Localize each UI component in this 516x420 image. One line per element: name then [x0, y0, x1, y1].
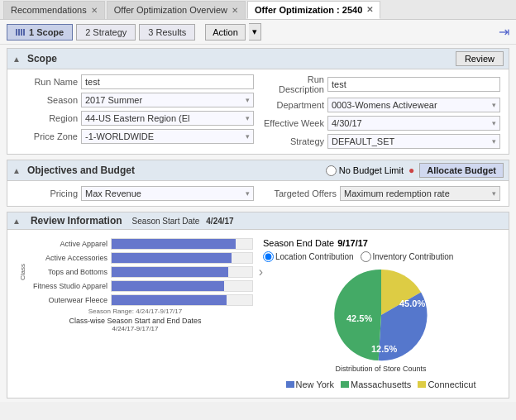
x-axis-label: Season Range: 4/24/17-9/17/17: [17, 308, 253, 315]
bar-chart: Active ApparelActive AccessoriesTops and…: [29, 238, 253, 306]
season-end-label: Season End Date: [263, 238, 334, 248]
effweek-dropdown[interactable]: 4/30/17 ▾: [327, 116, 500, 131]
season-start-label: Season Start Date: [132, 217, 200, 226]
review-toggle[interactable]: ▲: [12, 217, 21, 226]
effweek-label: Effective Week: [262, 118, 324, 128]
step3-button[interactable]: 3 Results: [139, 24, 195, 41]
pie-label-ny: 45.0%: [399, 298, 425, 308]
season-dropdown[interactable]: 2017 Summer ▾: [81, 93, 254, 107]
pricing-dropdown[interactable]: Max Revenue ▾: [81, 186, 254, 201]
pricezone-dropdown[interactable]: -1-WORLDWIDE ▾: [81, 129, 254, 144]
legend-color-ny: [286, 381, 294, 388]
bar-inner: [112, 267, 228, 277]
no-budget-label[interactable]: No Budget Limit: [326, 165, 404, 176]
step1-icon: [16, 29, 26, 36]
objectives-body: Pricing Max Revenue ▾ Targeted Offers Ma…: [7, 181, 509, 206]
department-arrow: ▾: [492, 101, 496, 109]
bar-inner: [112, 295, 227, 305]
objectives-header: ▲ Objectives and Budget No Budget Limit …: [7, 160, 509, 181]
department-label: Department: [262, 100, 324, 110]
legend-ny: New York: [286, 379, 334, 389]
toolbar-nav-icon[interactable]: ⇥: [499, 24, 509, 40]
strategy-dropdown[interactable]: DEFAULT_SET ▾: [327, 134, 500, 149]
location-contrib-radio[interactable]: [263, 251, 274, 262]
bar-outer: [111, 294, 253, 306]
legend-ma: Massachusetts: [341, 379, 411, 389]
bar-chart-area: Class Active ApparelActive AccessoriesTo…: [11, 235, 256, 393]
bar-outer: [111, 252, 253, 264]
rundesc-label: Run Description: [262, 74, 324, 94]
bar-row: Outerwear Fleece: [29, 294, 253, 306]
strategy-label: Strategy: [262, 136, 324, 146]
scope-section: ▲ Scope Review Run Name Season 2017 Summ…: [7, 48, 509, 155]
tab-offer-overview[interactable]: Offer Optimization Overview ✕: [107, 1, 246, 19]
legend-color-ma: [341, 381, 349, 388]
strategy-row: Strategy DEFAULT_SET ▾: [262, 134, 500, 149]
bar-label: Fitness Studio Apparel: [29, 282, 108, 290]
tab-close-overview[interactable]: ✕: [232, 6, 238, 15]
objectives-title: Objectives and Budget: [27, 165, 135, 176]
action-dropdown[interactable]: ▾: [249, 23, 261, 41]
targeted-label: Targeted Offers: [262, 189, 337, 198]
season-label: Season: [16, 95, 78, 105]
scope-form: Run Name Season 2017 Summer ▾ Region 44-…: [7, 69, 509, 154]
run-name-label: Run Name: [16, 77, 78, 87]
region-row: Region 44-US Eastern Region (El ▾: [16, 111, 254, 126]
bar-outer: [111, 266, 253, 278]
bar-inner: [112, 281, 224, 291]
pricezone-label: Price Zone: [16, 131, 78, 141]
pricezone-arrow: ▾: [246, 132, 250, 141]
pie-label-ma: 12.5%: [371, 344, 397, 354]
bar-label: Tops and Bottoms: [29, 268, 108, 276]
bar-chart-title: Class-wise Season Start and End Dates: [17, 317, 253, 325]
inventory-contrib-label[interactable]: Inventory Contribution: [361, 251, 454, 262]
bar-row: Active Accessories: [29, 252, 253, 264]
budget-options: No Budget Limit ● Allocate Budget: [326, 163, 504, 178]
bar-chart-nav[interactable]: ›: [259, 265, 263, 279]
action-button[interactable]: Action: [205, 24, 246, 41]
tab-recommendations[interactable]: Recommendations ✕: [3, 1, 105, 19]
step1-button[interactable]: 1 Scope: [7, 24, 73, 41]
season-end-row: Season End Date 9/17/17: [263, 238, 499, 248]
season-row: Season 2017 Summer ▾: [16, 93, 254, 107]
no-budget-radio[interactable]: [326, 165, 337, 176]
legend-ct: Connecticut: [418, 379, 475, 389]
step2-button[interactable]: 2 Strategy: [76, 24, 136, 41]
tab-close-2540[interactable]: ✕: [366, 5, 373, 14]
pie-chart-area: Season End Date 9/17/17 Location Contrib…: [260, 235, 505, 393]
location-contrib-label[interactable]: Location Contribution: [263, 251, 354, 262]
targeted-arrow: ▾: [492, 189, 496, 198]
rundesc-input[interactable]: [327, 77, 500, 92]
targeted-row: Targeted Offers Maximum redemption rate …: [262, 186, 500, 201]
targeted-dropdown[interactable]: Maximum redemption rate ▾: [340, 186, 500, 201]
scope-toggle[interactable]: ▲: [12, 55, 21, 64]
review-section: ▲ Review Information Season Start Date 4…: [7, 212, 509, 399]
region-label: Region: [16, 113, 78, 123]
department-dropdown[interactable]: 0003-Womens Activewear ▾: [327, 98, 500, 112]
department-row: Department 0003-Womens Activewear ▾: [262, 98, 500, 112]
toolbar: 1 Scope 2 Strategy 3 Results Action ▾ ⇥: [0, 20, 516, 45]
season-end-value: 9/17/17: [337, 238, 368, 248]
bar-inner: [112, 239, 236, 249]
bar-chart-subtitle: 4/24/17-9/17/17: [17, 325, 253, 332]
tab-close-recommendations[interactable]: ✕: [91, 6, 98, 15]
bar-label: Active Accessories: [29, 254, 108, 262]
main-content: ▲ Scope Review Run Name Season 2017 Summ…: [0, 45, 516, 402]
tab-offer-2540[interactable]: Offer Optimization : 2540 ✕: [247, 1, 380, 19]
bar-outer: [111, 280, 253, 292]
contrib-radios: Location Contribution Inventory Contribu…: [263, 251, 499, 262]
review-button[interactable]: Review: [456, 51, 504, 66]
run-name-input[interactable]: [81, 74, 254, 89]
bar-row: Active Apparel: [29, 238, 253, 250]
objectives-toggle[interactable]: ▲: [12, 166, 21, 175]
bar-chart-container: Active ApparelActive AccessoriesTops and…: [29, 238, 253, 306]
region-dropdown[interactable]: 44-US Eastern Region (El ▾: [81, 111, 254, 126]
bar-outer: [111, 238, 253, 250]
budget-radio-indicator: ●: [408, 165, 414, 176]
inventory-contrib-radio[interactable]: [361, 251, 371, 262]
bar-inner: [112, 253, 232, 263]
pie-label-ct: 42.5%: [346, 313, 372, 323]
allocate-button[interactable]: Allocate Budget: [419, 163, 504, 178]
bar-chart-wrap: Class Active ApparelActive AccessoriesTo…: [17, 238, 253, 306]
pricing-arrow: ▾: [246, 189, 250, 198]
